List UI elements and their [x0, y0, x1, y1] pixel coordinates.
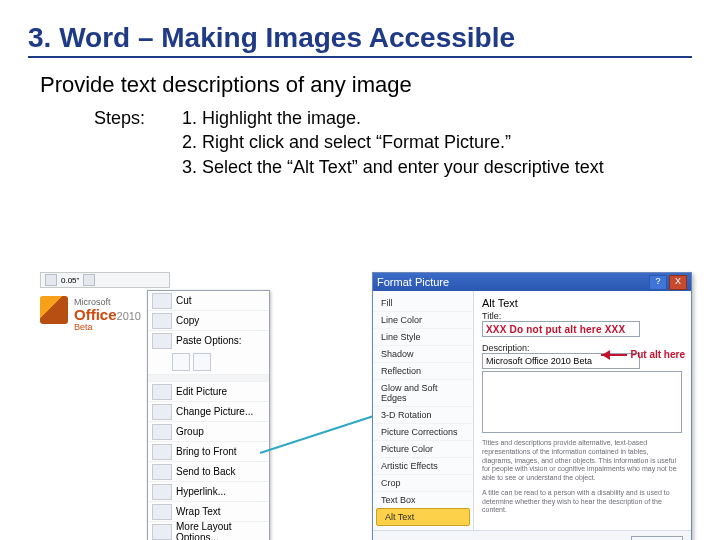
nav-3d-rotation[interactable]: 3-D Rotation: [373, 407, 473, 424]
menu-cut[interactable]: Cut: [148, 291, 269, 310]
paste-options: [148, 350, 269, 374]
nav-crop[interactable]: Crop: [373, 475, 473, 492]
logo-year: 2010: [117, 310, 141, 322]
ribbon-icon: [83, 274, 95, 286]
nav-picture-corrections[interactable]: Picture Corrections: [373, 424, 473, 441]
figures: 0.05" Microsoft Office2010 Beta Cut: [40, 272, 692, 522]
ribbon-icon: [45, 274, 57, 286]
figure-word-context: 0.05" Microsoft Office2010 Beta Cut: [40, 272, 270, 540]
context-menu: Cut Copy Paste Options: Edit Picture Cha…: [147, 290, 270, 540]
menu-change-picture[interactable]: Change Picture...: [148, 401, 269, 421]
step-3: 3. Select the “Alt Text” and enter your …: [182, 155, 604, 179]
menu-more-layout[interactable]: More Layout Options...: [148, 521, 269, 540]
title-field-label: Title:: [482, 311, 683, 321]
menu-group[interactable]: Group: [148, 421, 269, 441]
title-field[interactable]: XXX Do not put alt here XXX: [482, 321, 640, 337]
description-textarea[interactable]: [482, 371, 682, 433]
menu-wrap-text[interactable]: Wrap Text: [148, 501, 269, 521]
back-icon: [152, 464, 172, 480]
nav-reflection[interactable]: Reflection: [373, 363, 473, 380]
ribbon-height: 0.05": [61, 276, 79, 285]
dialog-pane: Alt Text Title: XXX Do not put alt here …: [474, 291, 691, 530]
cut-icon: [152, 293, 172, 309]
close-button[interactable]: Close: [631, 536, 683, 540]
dialog-title: Format Picture: [377, 276, 449, 288]
logo-brand: Office: [74, 306, 117, 323]
menu-send-back[interactable]: Send to Back: [148, 461, 269, 481]
dialog-footer: Close: [373, 530, 691, 540]
hint-text-2: A title can be read to a person with a d…: [482, 489, 680, 515]
put-alt-here-callout: Put alt here: [631, 349, 685, 360]
steps-list: 1. Highlight the image. 2. Right click a…: [182, 106, 604, 179]
hint-text-1: Titles and descriptions provide alternat…: [482, 439, 680, 483]
ribbon-strip: 0.05": [40, 272, 170, 288]
change-icon: [152, 404, 172, 420]
nav-text-box[interactable]: Text Box: [373, 492, 473, 509]
nav-fill[interactable]: Fill: [373, 295, 473, 312]
wrap-icon: [152, 504, 172, 520]
close-icon[interactable]: X: [669, 275, 687, 290]
logo-beta: Beta: [74, 322, 141, 332]
format-picture-dialog: Format Picture ? X Fill Line Color Line …: [372, 272, 692, 540]
menu-copy[interactable]: Copy: [148, 310, 269, 330]
steps-block: Steps: 1. Highlight the image. 2. Right …: [94, 106, 692, 179]
nav-line-color[interactable]: Line Color: [373, 312, 473, 329]
menu-paste-label: Paste Options:: [148, 330, 269, 350]
step-1: 1. Highlight the image.: [182, 106, 604, 130]
help-button[interactable]: ?: [649, 275, 667, 290]
slide: 3. Word – Making Images Accessible Provi…: [0, 0, 720, 540]
step-2: 2. Right click and select “Format Pictur…: [182, 130, 604, 154]
menu-bring-front[interactable]: Bring to Front: [148, 441, 269, 461]
group-icon: [152, 424, 172, 440]
nav-artistic-effects[interactable]: Artistic Effects: [373, 458, 473, 475]
nav-alt-text[interactable]: Alt Text: [376, 508, 470, 526]
paste-opt-icon[interactable]: [172, 353, 190, 371]
office-logo-icon: [40, 296, 68, 324]
dialog-titlebar: Format Picture ? X: [373, 273, 691, 291]
nav-line-style[interactable]: Line Style: [373, 329, 473, 346]
link-icon: [152, 484, 172, 500]
pane-heading: Alt Text: [482, 297, 683, 309]
nav-picture-color[interactable]: Picture Color: [373, 441, 473, 458]
layout-icon: [152, 524, 172, 540]
office-logo-block: Microsoft Office2010 Beta: [40, 290, 141, 332]
front-icon: [152, 444, 172, 460]
copy-icon: [152, 313, 172, 329]
steps-label: Steps:: [94, 106, 182, 129]
menu-edit-picture[interactable]: Edit Picture: [148, 381, 269, 401]
slide-title: 3. Word – Making Images Accessible: [28, 22, 692, 58]
description-field-value: Microsoft Office 2010 Beta: [486, 356, 592, 366]
paste-icon: [152, 333, 172, 349]
nav-glow[interactable]: Glow and Soft Edges: [373, 380, 473, 407]
dialog-nav: Fill Line Color Line Style Shadow Reflec…: [373, 291, 474, 530]
edit-icon: [152, 384, 172, 400]
slide-subtitle: Provide text descriptions of any image: [40, 72, 692, 98]
paste-opt-icon[interactable]: [193, 353, 211, 371]
title-field-value: XXX Do not put alt here XXX: [486, 324, 625, 335]
nav-shadow[interactable]: Shadow: [373, 346, 473, 363]
menu-hyperlink[interactable]: Hyperlink...: [148, 481, 269, 501]
